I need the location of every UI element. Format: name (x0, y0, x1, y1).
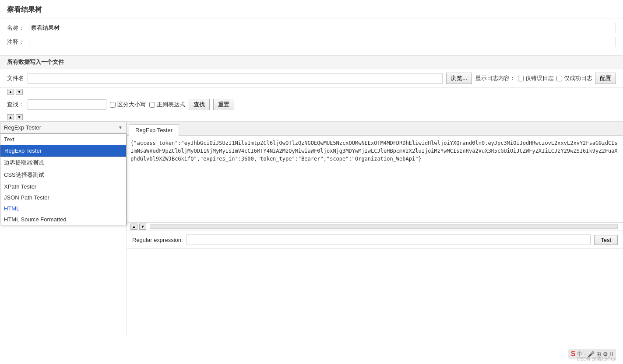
search-label: 查找： (7, 101, 24, 108)
file-label: 文件名 (7, 74, 24, 82)
scroll-down-btn-2[interactable]: ▼ (16, 114, 23, 120)
display-log-section: 显示日志内容： 仅错误日志 仅成功日志 配置 (475, 73, 616, 84)
regex-checkbox[interactable] (149, 102, 155, 108)
scroll-up-btn-3[interactable]: ▲ (130, 224, 137, 230)
dropdown-item-css[interactable]: CSS选择器测试 (0, 169, 126, 181)
form-section: 名称： 注释： (0, 18, 623, 55)
dropdown-item-text[interactable]: Text (0, 134, 126, 145)
comment-row: 注释： (7, 37, 616, 47)
comment-input[interactable] (29, 37, 616, 47)
reset-button[interactable]: 重置 (213, 99, 234, 110)
content-text-area: {"access_token":"eyJhbGciOiJSUzI1NilsImt… (127, 136, 623, 222)
right-panel: RegExp Tester {"access_token":"eyJhbGciO… (127, 122, 623, 336)
regex-label: 正则表达式 (157, 101, 185, 108)
dropdown-item-boundary[interactable]: 边界提取器测试 (0, 157, 126, 169)
dropdown-item-xpath[interactable]: XPath Tester (0, 181, 126, 192)
case-sensitive-checkbox[interactable] (110, 102, 116, 108)
search-input[interactable] (28, 99, 106, 110)
regexp-input[interactable] (187, 234, 591, 245)
case-sensitive-label: 区分大小写 (117, 101, 146, 108)
name-label: 名称： (7, 24, 29, 32)
scroll-down-btn-3[interactable]: ▼ (139, 224, 146, 230)
all-data-section-title: 所有数据写入一个文件 (0, 55, 623, 69)
dropdown-header[interactable]: RegExp Tester ▼ (0, 122, 127, 133)
result-area (127, 249, 623, 336)
search-section: 查找： 区分大小写 正则表达式 查找 重置 (0, 96, 623, 113)
display-log-label: 显示日志内容： (475, 74, 515, 82)
success-log-label: 仅成功日志 (564, 74, 592, 82)
test-button[interactable]: Test (594, 235, 618, 245)
horizontal-scrollbar[interactable] (150, 224, 618, 229)
dropdown-item-html[interactable]: HTML (0, 203, 126, 214)
tab-bar: RegExp Tester (127, 122, 623, 136)
scroll-arrows-2: ▲ ▼ (0, 113, 623, 121)
regexp-label: Regular expression: (132, 237, 183, 243)
case-sensitive-group: 区分大小写 (110, 101, 146, 108)
main-container: 察看结果树 名称： 注释： 所有数据写入一个文件 文件名 浏览... 显示日志内… (0, 0, 623, 364)
file-input[interactable] (28, 73, 443, 84)
name-input[interactable] (29, 23, 616, 33)
find-button[interactable]: 查找 (189, 99, 210, 110)
error-log-checkbox[interactable] (518, 76, 524, 81)
regexp-section: Regular expression: Test (127, 231, 623, 249)
view-type-dropdown[interactable]: RegExp Tester ▼ Text RegExp Tester 边界提取器… (0, 122, 127, 134)
page-title: 察看结果树 (0, 0, 623, 18)
regex-group: 正则表达式 (149, 101, 185, 108)
content-area: RegExp Tester ▼ Text RegExp Tester 边界提取器… (0, 121, 623, 336)
scroll-down-btn-1[interactable]: ▼ (16, 89, 23, 95)
config-button[interactable]: 配置 (595, 73, 616, 84)
dropdown-item-jsonpath[interactable]: JSON Path Tester (0, 192, 126, 203)
dropdown-list: Text RegExp Tester 边界提取器测试 CSS选择器测试 XPat… (0, 133, 127, 225)
dropdown-arrow-icon: ▼ (118, 125, 123, 130)
left-panel: RegExp Tester ▼ Text RegExp Tester 边界提取器… (0, 122, 127, 336)
scroll-arrows-1: ▲ ▼ (0, 88, 623, 96)
content-text: {"access_token":"eyJhbGciOiJSUzI1NilsImt… (130, 140, 618, 162)
comment-label: 注释： (7, 38, 29, 46)
dropdown-item-html-source[interactable]: HTML Source Formatted (0, 214, 126, 225)
name-row: 名称： (7, 23, 616, 33)
dropdown-item-regexp-tester[interactable]: RegExp Tester (0, 145, 126, 157)
scroll-up-btn-2[interactable]: ▲ (7, 114, 14, 120)
scroll-up-btn-1[interactable]: ▲ (7, 89, 14, 95)
success-log-checkbox[interactable] (556, 76, 562, 81)
error-log-checkbox-group: 仅错误日志 (518, 74, 554, 82)
error-log-label: 仅错误日志 (525, 74, 554, 82)
scroll-arrows-3: ▲ ▼ (127, 222, 623, 231)
browse-button[interactable]: 浏览... (446, 73, 472, 84)
tab-regexp-tester[interactable]: RegExp Tester (129, 124, 179, 136)
watermark: CSDN @清如许qy (577, 356, 616, 362)
dropdown-selected-value: RegExp Tester (4, 124, 41, 131)
file-section: 文件名 浏览... 显示日志内容： 仅错误日志 仅成功日志 配置 (0, 69, 623, 88)
sogou-s-icon: S (571, 350, 576, 358)
success-log-checkbox-group: 仅成功日志 (556, 74, 592, 82)
